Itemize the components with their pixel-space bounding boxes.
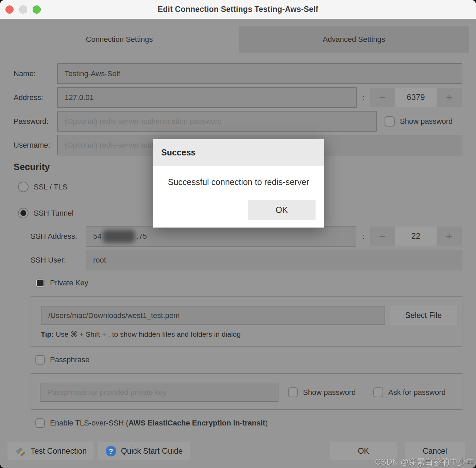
question-icon: ? bbox=[106, 446, 116, 456]
username-label: Username: bbox=[14, 135, 50, 155]
address-input[interactable] bbox=[57, 87, 357, 108]
ssh-port-value[interactable]: 22 bbox=[395, 227, 437, 246]
private-key-checkbox[interactable] bbox=[35, 278, 45, 288]
tip-label: Tip: bbox=[41, 330, 54, 338]
address-label: Address: bbox=[14, 87, 43, 108]
title-bar[interactable]: Edit Connection Settings Testing-Aws-Sel… bbox=[0, 0, 476, 19]
redacted-ip-blur bbox=[103, 230, 135, 243]
quick-start-guide-button[interactable]: ? Quick Start Guide bbox=[98, 442, 190, 460]
test-connection-label: Test Connection bbox=[31, 447, 87, 456]
success-modal-header: Success bbox=[153, 139, 324, 166]
port-value[interactable]: 6379 bbox=[395, 88, 437, 107]
address-port-separator: : bbox=[357, 87, 370, 108]
enable-tls-over-ssh-checkbox[interactable] bbox=[35, 418, 45, 428]
passphrase-show-password-label: Show password bbox=[303, 388, 356, 397]
ok-button-label: OK bbox=[358, 447, 369, 456]
ask-for-password-checkbox[interactable] bbox=[373, 387, 383, 397]
select-file-label: Select File bbox=[405, 311, 442, 320]
ask-for-password-label: Ask for password bbox=[388, 388, 446, 397]
test-connection-button[interactable]: Test Connection bbox=[7, 442, 94, 460]
success-modal: Success Successful connection to redis-s… bbox=[153, 139, 324, 228]
success-modal-ok-button[interactable]: OK bbox=[248, 200, 316, 220]
ssh-user-label: SSH User: bbox=[31, 250, 66, 270]
tls-label-prefix: Enable TLS-over-SSH ( bbox=[50, 419, 129, 428]
tab-advanced-settings-label: Advanced Settings bbox=[323, 35, 385, 44]
passphrase-label: Passphrase bbox=[50, 355, 89, 364]
select-file-button[interactable]: Select File bbox=[390, 306, 457, 325]
success-modal-message: Successful connection to redis-server bbox=[153, 177, 324, 187]
name-label: Name: bbox=[14, 63, 36, 84]
passphrase-input[interactable] bbox=[40, 383, 278, 402]
cancel-button-label: Cancel bbox=[423, 447, 447, 456]
ssh-port-separator: : bbox=[357, 226, 370, 247]
window-title: Edit Connection Settings Testing-Aws-Sel… bbox=[158, 5, 318, 14]
password-input[interactable] bbox=[57, 111, 377, 132]
close-button[interactable] bbox=[5, 5, 14, 14]
ssh-address-suffix: .75 bbox=[136, 232, 147, 241]
ssl-tls-radio[interactable] bbox=[18, 182, 29, 192]
port-decrement-button[interactable]: − bbox=[370, 88, 395, 107]
ssh-address-label: SSH Address: bbox=[31, 226, 77, 247]
ssh-tunnel-radio[interactable] bbox=[18, 208, 29, 218]
passphrase-group: Show password Ask for password bbox=[31, 373, 462, 410]
watermark: CSDN @穿素白衫的中少年 bbox=[375, 456, 474, 467]
passphrase-checkbox[interactable] bbox=[35, 355, 45, 365]
passphrase-show-password-checkbox[interactable] bbox=[288, 387, 298, 397]
tab-advanced-settings[interactable]: Advanced Settings bbox=[239, 26, 469, 53]
tab-connection-settings-label: Connection Settings bbox=[86, 35, 153, 44]
ssh-user-input[interactable] bbox=[86, 250, 462, 270]
success-modal-title: Success bbox=[161, 148, 196, 157]
tab-connection-settings[interactable]: Connection Settings bbox=[0, 26, 239, 53]
ssh-address-prefix: 54 bbox=[93, 232, 101, 241]
plug-icon bbox=[14, 446, 26, 457]
ssl-tls-label: SSL / TLS bbox=[34, 183, 67, 191]
edit-connection-dialog: Connection Settings Advanced Settings Na… bbox=[0, 0, 476, 468]
minimize-button[interactable] bbox=[19, 5, 27, 14]
private-key-tip: Tip: Use ⌘ + Shift + . to show hidden fi… bbox=[41, 329, 241, 339]
private-key-label: Private Key bbox=[50, 279, 88, 287]
security-heading: Security bbox=[14, 162, 50, 172]
show-password-label: Show password bbox=[400, 117, 453, 126]
show-password-checkbox[interactable] bbox=[385, 116, 395, 127]
private-key-path-input[interactable] bbox=[41, 306, 385, 325]
tls-label-suffix: ) bbox=[265, 419, 268, 428]
port-stepper: − 6379 + bbox=[370, 88, 462, 107]
port-increment-button[interactable]: + bbox=[437, 88, 462, 107]
ssh-port-decrement-button[interactable]: − bbox=[370, 227, 395, 246]
ssh-port-stepper: − 22 + bbox=[370, 227, 462, 246]
ssh-port-increment-button[interactable]: + bbox=[437, 227, 462, 246]
enable-tls-over-ssh-label: Enable TLS-over-SSH (AWS ElastiCache Enc… bbox=[50, 419, 268, 428]
ssh-address-input[interactable]: 54 .75 bbox=[86, 226, 356, 247]
name-input[interactable] bbox=[57, 63, 462, 84]
tip-text: Use ⌘ + Shift + . to show hidden files a… bbox=[54, 330, 241, 338]
dialog-content: Connection Settings Advanced Settings Na… bbox=[0, 19, 476, 468]
quick-start-guide-label: Quick Start Guide bbox=[121, 447, 183, 456]
ssh-tunnel-label: SSH Tunnel bbox=[34, 209, 73, 218]
tls-label-bold: AWS ElastiCache Encryption in-transit bbox=[129, 419, 265, 428]
password-label: Password: bbox=[14, 111, 49, 132]
zoom-button[interactable] bbox=[33, 5, 41, 14]
private-key-group: Select File Tip: Use ⌘ + Shift + . to sh… bbox=[31, 296, 462, 347]
